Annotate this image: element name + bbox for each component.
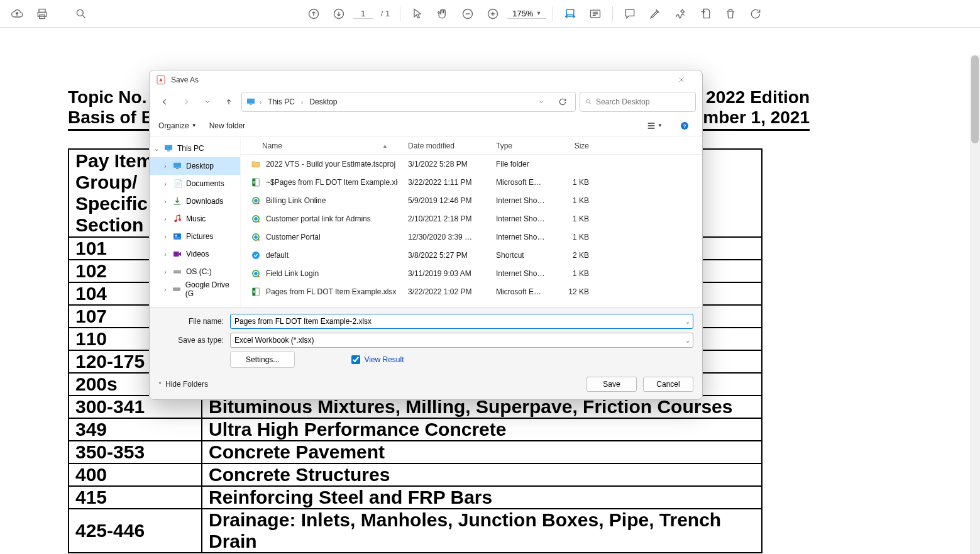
file-type: Microsoft Excel W...: [486, 178, 555, 187]
file-date: 3/8/2022 5:27 PM: [398, 251, 486, 260]
tree-videos[interactable]: ›Videos: [150, 245, 240, 263]
file-date: 2/10/2021 2:18 PM: [398, 214, 486, 223]
saveas-type-select[interactable]: Excel Workbook (*.xlsx)⌄: [230, 333, 693, 348]
nav-up-button[interactable]: [220, 93, 238, 111]
print-button[interactable]: [31, 3, 53, 25]
sign-button[interactable]: [669, 3, 691, 25]
save-to-cloud-button[interactable]: [6, 3, 28, 25]
svg-rect-20: [176, 168, 179, 169]
file-name: ~$Pages from FL DOT Item Example.xlsx: [266, 178, 398, 187]
reading-mode-button[interactable]: [585, 3, 606, 25]
file-date: 3/22/2022 1:11 PM: [398, 178, 486, 187]
fit-width-button[interactable]: [559, 3, 581, 25]
tree-gdrive[interactable]: ›Google Drive (G: [150, 280, 240, 298]
file-size: 1 KB: [555, 196, 599, 205]
svg-point-3: [77, 9, 83, 16]
file-size: 1 KB: [555, 269, 599, 278]
organize-button[interactable]: Organize ▼: [158, 121, 197, 130]
svg-point-40: [254, 235, 257, 238]
svg-rect-19: [173, 163, 181, 168]
svg-rect-8: [566, 9, 574, 14]
view-result-checkbox[interactable]: View Result: [351, 355, 404, 364]
dialog-navbar: › This PC › Desktop: [150, 89, 702, 114]
delete-button[interactable]: [720, 3, 741, 25]
scrollbar[interactable]: [970, 55, 980, 554]
file-name: Pages from FL DOT Item Example.xlsx: [266, 287, 396, 296]
svg-point-22: [179, 218, 181, 221]
refresh-button[interactable]: [554, 93, 571, 111]
file-size: 1 KB: [555, 233, 599, 241]
help-button[interactable]: ?: [676, 117, 693, 135]
new-folder-button[interactable]: New folder: [209, 121, 245, 130]
tree-os-c[interactable]: ›OS (C:): [150, 263, 240, 280]
search-input[interactable]: [596, 97, 690, 106]
col-header-type[interactable]: Type: [486, 141, 555, 150]
nav-forward-button[interactable]: [177, 93, 195, 111]
nav-back-button[interactable]: [156, 93, 173, 111]
svg-point-14: [586, 99, 590, 103]
file-row[interactable]: Customer Portal12/30/2020 3:39 PMInterne…: [241, 228, 702, 246]
address-dropdown-button[interactable]: [532, 93, 550, 111]
file-type: Internet Shortcut: [486, 233, 555, 241]
address-bar[interactable]: › This PC › Desktop: [241, 92, 576, 112]
pdf-toolbar: / 1 175%▼: [0, 0, 980, 28]
file-date: 5/9/2019 12:46 PM: [398, 196, 486, 205]
breadcrumb-this-pc[interactable]: This PC: [265, 96, 297, 108]
file-size: 1 KB: [555, 214, 599, 223]
file-row[interactable]: X~$Pages from FL DOT Item Example.xlsx3/…: [241, 173, 702, 191]
file-list-rows[interactable]: 2022 VTS - Build your Estimate.tscproj3/…: [241, 155, 702, 307]
table-row-code: 415: [69, 486, 202, 509]
zoom-out-button[interactable]: [457, 3, 478, 25]
rotate-button[interactable]: [745, 3, 766, 25]
file-row[interactable]: Field Link Login3/11/2019 9:03 AMInterne…: [241, 264, 702, 282]
dialog-toolbar: Organize ▼ New folder ▼ ?: [150, 114, 702, 137]
file-row[interactable]: XPages from FL DOT Item Example.xlsx3/22…: [241, 282, 702, 301]
zoom-select[interactable]: 175%▼: [507, 9, 546, 19]
file-row[interactable]: default3/8/2022 5:27 PMShortcut2 KB: [241, 246, 702, 264]
tree-documents[interactable]: ›📄Documents: [150, 175, 240, 192]
col-header-date[interactable]: Date modified: [398, 141, 486, 150]
table-row-code: 400: [69, 463, 202, 486]
page-number-input[interactable]: [353, 9, 373, 19]
zoom-in-button[interactable]: [482, 3, 504, 25]
filename-input[interactable]: Pages from FL DOT Item Example-2.xlsx⌄: [230, 314, 693, 329]
close-button[interactable]: [667, 70, 696, 89]
comment-button[interactable]: [619, 3, 641, 25]
col-header-size[interactable]: Size: [555, 141, 599, 150]
hide-folders-button[interactable]: ˄Hide Folders: [158, 380, 208, 389]
settings-button[interactable]: Settings...: [230, 352, 295, 368]
pan-tool-button[interactable]: [432, 3, 453, 25]
svg-rect-0: [39, 9, 45, 12]
tree-music[interactable]: ›Music: [150, 210, 240, 228]
file-type: File folder: [486, 160, 555, 169]
page-up-button[interactable]: [303, 3, 324, 25]
doc-header-right-1: 2022 Edition: [693, 87, 810, 108]
insert-button[interactable]: [695, 3, 716, 25]
view-options-button[interactable]: ▼: [646, 117, 663, 135]
page-down-button[interactable]: [328, 3, 350, 25]
save-button[interactable]: Save: [586, 377, 637, 392]
zoom-tool-button[interactable]: [70, 3, 92, 25]
file-date: 3/11/2019 9:03 AM: [398, 269, 486, 278]
file-row[interactable]: 2022 VTS - Build your Estimate.tscproj3/…: [241, 155, 702, 173]
tree-this-pc[interactable]: ⌄This PC: [150, 140, 240, 157]
chevron-down-icon: ▼: [536, 10, 541, 16]
file-list: Name▲ Date modified Type Size 2022 VTS -…: [241, 137, 702, 307]
highlight-button[interactable]: [644, 3, 666, 25]
nav-recent-button[interactable]: [199, 93, 216, 111]
svg-point-44: [254, 272, 257, 275]
search-box[interactable]: [580, 92, 696, 112]
col-header-name[interactable]: Name▲: [241, 141, 398, 150]
tree-downloads[interactable]: ›Downloads: [150, 192, 240, 210]
file-type: Shortcut: [486, 251, 555, 260]
select-tool-button[interactable]: [407, 3, 428, 25]
cancel-button[interactable]: Cancel: [643, 377, 693, 392]
file-name: 2022 VTS - Build your Estimate.tscproj: [266, 160, 395, 169]
breadcrumb-desktop[interactable]: Desktop: [307, 96, 339, 108]
pdf-app-icon: A: [156, 75, 166, 85]
folder-tree[interactable]: ⌄This PC ›Desktop ›📄Documents ›Downloads…: [150, 137, 241, 307]
tree-pictures[interactable]: ›Pictures: [150, 228, 240, 245]
file-row[interactable]: Billing Link Online5/9/2019 12:46 PMInte…: [241, 191, 702, 209]
file-row[interactable]: Customer portal link for Admins2/10/2021…: [241, 209, 702, 228]
tree-desktop[interactable]: ›Desktop: [150, 157, 240, 175]
